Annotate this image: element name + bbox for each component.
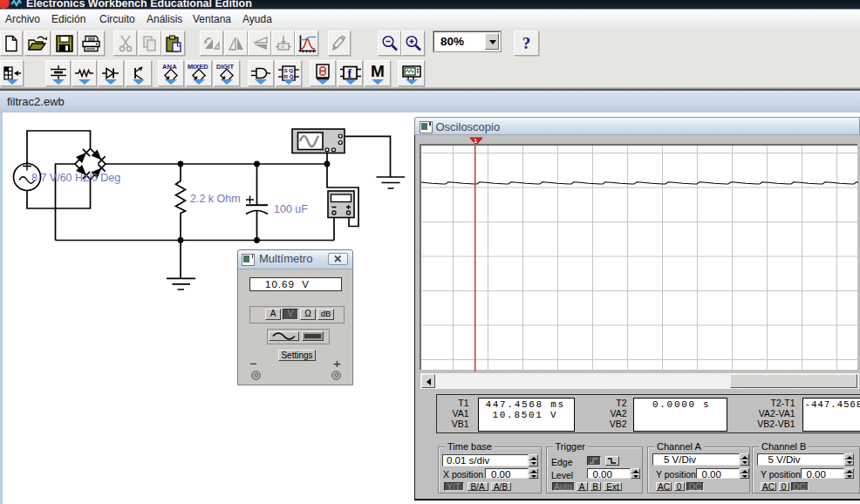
svg-text:S Q: S Q	[284, 67, 294, 73]
svg-text:f: f	[347, 67, 352, 80]
svg-text:2.2 k Ohm: 2.2 k Ohm	[190, 193, 241, 205]
svg-text:R Q̄: R Q̄	[284, 73, 294, 79]
svg-text:8.7 V/60 Hz/0 Deg: 8.7 V/60 Hz/0 Deg	[31, 172, 120, 184]
svg-text:ANA: ANA	[162, 63, 177, 71]
svg-text:DIGIT: DIGIT	[216, 63, 234, 71]
svg-text:R: R	[281, 44, 285, 50]
svg-text:100 uF: 100 uF	[274, 203, 308, 215]
